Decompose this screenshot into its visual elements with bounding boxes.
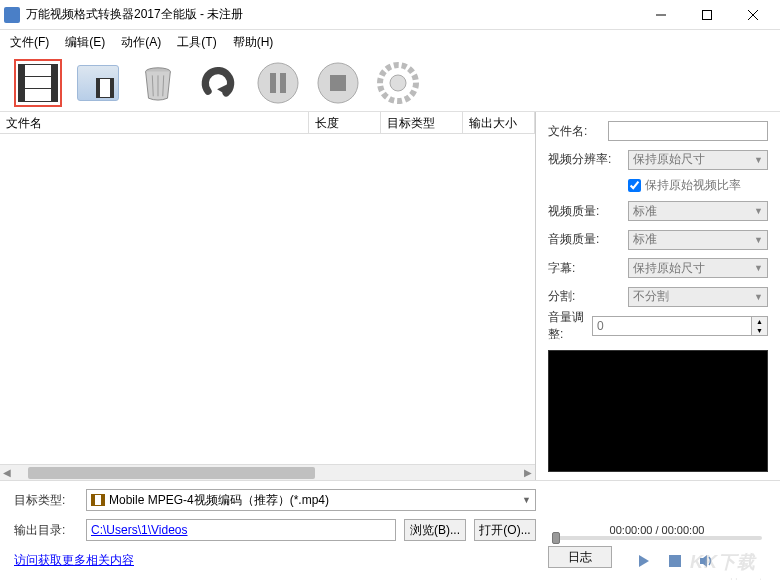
volume-icon[interactable] xyxy=(698,553,714,569)
target-type-select[interactable]: Mobile MPEG-4视频编码（推荐）(*.mp4) ▼ xyxy=(86,489,536,511)
pause-icon xyxy=(257,62,299,104)
pause-button[interactable] xyxy=(254,59,302,107)
settings-pane: 文件名: 视频分辨率: 保持原始尺寸 ▼ 保持原始视频比率 视频质量: 标准 ▼… xyxy=(536,112,780,480)
app-icon xyxy=(4,7,20,23)
menu-tools[interactable]: 工具(T) xyxy=(171,32,222,53)
col-filename[interactable]: 文件名 xyxy=(0,112,309,133)
resolution-label: 视频分辨率: xyxy=(548,151,620,168)
menu-action[interactable]: 动作(A) xyxy=(115,32,167,53)
window-controls xyxy=(638,0,776,30)
chevron-down-icon: ▼ xyxy=(754,235,763,245)
list-header: 文件名 长度 目标类型 输出大小 xyxy=(0,112,535,134)
split-value: 不分割 xyxy=(633,288,669,305)
menu-edit[interactable]: 编辑(E) xyxy=(59,32,111,53)
close-button[interactable] xyxy=(730,0,776,30)
stop-button[interactable] xyxy=(314,59,362,107)
bottom-left: 目标类型: Mobile MPEG-4视频编码（推荐）(*.mp4) ▼ 输出目… xyxy=(14,487,536,574)
menu-help[interactable]: 帮助(H) xyxy=(227,32,280,53)
main-content: 文件名 长度 目标类型 输出大小 ◀ ▶ 文件名: 视频分辨率: 保持原始尺寸 … xyxy=(0,112,780,480)
filename-input[interactable] xyxy=(608,121,768,141)
svg-rect-9 xyxy=(270,73,276,93)
svg-rect-10 xyxy=(280,73,286,93)
toolbar xyxy=(0,54,780,112)
filename-label: 文件名: xyxy=(548,123,600,140)
preview-panel xyxy=(548,350,768,472)
chevron-down-icon: ▼ xyxy=(754,263,763,273)
settings-button[interactable] xyxy=(374,59,422,107)
svg-point-14 xyxy=(390,75,406,91)
add-file-button[interactable] xyxy=(14,59,62,107)
bottom-right: 00:00:00 / 00:00:00 日志 xyxy=(536,487,766,574)
svg-rect-1 xyxy=(703,10,712,19)
resolution-select[interactable]: 保持原始尺寸 ▼ xyxy=(628,150,768,170)
scroll-thumb[interactable] xyxy=(28,467,315,479)
trash-icon xyxy=(138,64,178,102)
target-type-label: 目标类型: xyxy=(14,492,78,509)
log-button[interactable]: 日志 xyxy=(548,546,612,568)
window-title: 万能视频格式转换器2017全能版 - 未注册 xyxy=(26,6,638,23)
svg-rect-12 xyxy=(330,75,346,91)
delete-button[interactable] xyxy=(134,59,182,107)
chevron-down-icon: ▼ xyxy=(754,206,763,216)
bottom-panel: 目标类型: Mobile MPEG-4视频编码（推荐）(*.mp4) ▼ 输出目… xyxy=(0,480,780,580)
col-target-type[interactable]: 目标类型 xyxy=(381,112,463,133)
horizontal-scrollbar[interactable]: ◀ ▶ xyxy=(0,464,535,480)
audio-quality-label: 音频质量: xyxy=(548,231,620,248)
col-length[interactable]: 长度 xyxy=(309,112,381,133)
volume-spinner[interactable]: ▲ ▼ xyxy=(592,316,768,336)
spin-down-button[interactable]: ▼ xyxy=(752,326,767,335)
resolution-value: 保持原始尺寸 xyxy=(633,151,705,168)
keep-bitrate-checkbox[interactable] xyxy=(628,179,641,192)
player-controls xyxy=(632,549,714,571)
video-quality-label: 视频质量: xyxy=(548,203,620,220)
output-dir-label: 输出目录: xyxy=(14,522,78,539)
video-quality-select[interactable]: 标准 ▼ xyxy=(628,201,768,221)
playback-slider[interactable] xyxy=(552,536,761,540)
subtitle-label: 字幕: xyxy=(548,260,620,277)
preview-time: 00:00:00 / 00:00:00 xyxy=(548,524,766,536)
volume-input[interactable] xyxy=(593,317,751,335)
maximize-button[interactable] xyxy=(684,0,730,30)
audio-quality-select[interactable]: 标准 ▼ xyxy=(628,230,768,250)
title-bar: 万能视频格式转换器2017全能版 - 未注册 xyxy=(0,0,780,30)
volume-label: 音量调整: xyxy=(548,309,584,343)
scroll-left-arrow[interactable]: ◀ xyxy=(0,467,14,478)
stop-small-icon[interactable] xyxy=(668,554,682,568)
film-mini-icon xyxy=(91,494,105,506)
slider-knob[interactable] xyxy=(552,532,560,544)
open-button[interactable]: 打开(O)... xyxy=(474,519,536,541)
spin-up-button[interactable]: ▲ xyxy=(752,317,767,326)
film-icon xyxy=(18,64,58,102)
menu-file[interactable]: 文件(F) xyxy=(4,32,55,53)
keep-bitrate-label: 保持原始视频比率 xyxy=(645,177,741,194)
browse-button[interactable]: 浏览(B)... xyxy=(404,519,466,541)
chevron-down-icon: ▼ xyxy=(522,495,531,505)
scroll-right-arrow[interactable]: ▶ xyxy=(521,467,535,478)
svg-rect-15 xyxy=(669,555,681,567)
file-list-pane: 文件名 长度 目标类型 输出大小 ◀ ▶ xyxy=(0,112,536,480)
split-label: 分割: xyxy=(548,288,620,305)
more-content-link[interactable]: 访问获取更多相关内容 xyxy=(14,552,134,569)
target-type-value: Mobile MPEG-4视频编码（推荐）(*.mp4) xyxy=(109,492,329,509)
col-output-size[interactable]: 输出大小 xyxy=(463,112,535,133)
folder-icon xyxy=(77,65,119,101)
video-quality-value: 标准 xyxy=(633,203,657,220)
subtitle-value: 保持原始尺寸 xyxy=(633,260,705,277)
svg-point-8 xyxy=(258,63,298,103)
convert-button[interactable] xyxy=(194,59,242,107)
scroll-track[interactable] xyxy=(28,467,507,479)
split-select[interactable]: 不分割 ▼ xyxy=(628,287,768,307)
add-folder-button[interactable] xyxy=(74,59,122,107)
menu-bar: 文件(F) 编辑(E) 动作(A) 工具(T) 帮助(H) xyxy=(0,30,780,54)
play-icon[interactable] xyxy=(636,553,652,569)
subtitle-select[interactable]: 保持原始尺寸 ▼ xyxy=(628,258,768,278)
minimize-button[interactable] xyxy=(638,0,684,30)
file-list-body[interactable] xyxy=(0,134,535,464)
redo-arrow-icon xyxy=(197,64,239,102)
output-dir-input[interactable] xyxy=(86,519,396,541)
chevron-down-icon: ▼ xyxy=(754,155,763,165)
stop-icon xyxy=(317,62,359,104)
audio-quality-value: 标准 xyxy=(633,231,657,248)
chevron-down-icon: ▼ xyxy=(754,292,763,302)
gear-icon xyxy=(377,62,419,104)
